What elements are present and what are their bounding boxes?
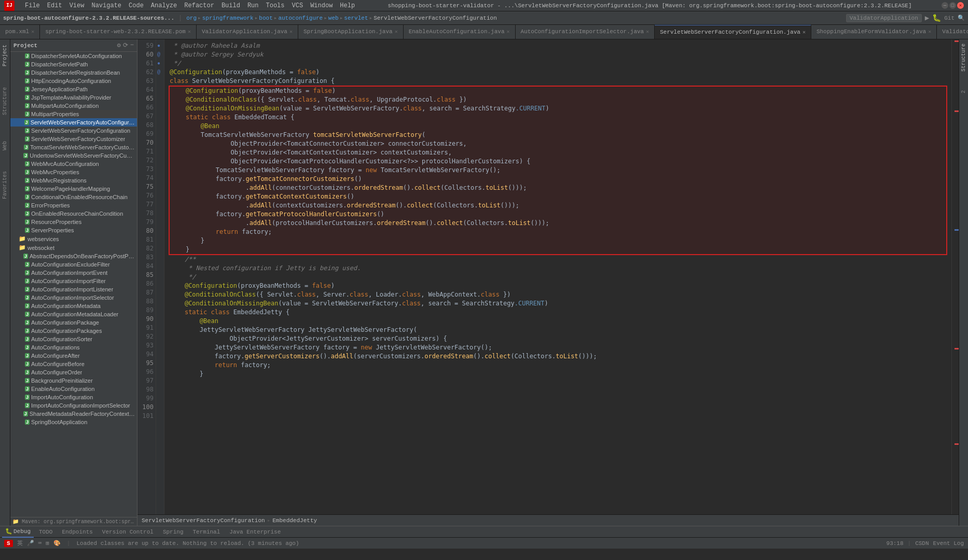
left-tab-web[interactable]: Web: [1, 136, 9, 156]
tab-java-enterprise[interactable]: Java Enterprise: [225, 528, 285, 536]
tree-item[interactable]: JWebMvcProperties: [10, 168, 137, 176]
tree-item[interactable]: JAutoConfigurationImportEvent: [10, 269, 137, 277]
panel-gear-icon[interactable]: ⚙: [117, 41, 121, 49]
menu-window[interactable]: Window: [307, 1, 336, 10]
tree-item[interactable]: JHttpEncodingAutoConfiguration: [10, 77, 137, 85]
tree-item[interactable]: 📁webservices: [10, 234, 137, 243]
menu-navigate[interactable]: Navigate: [88, 1, 125, 10]
panel-minimize-icon[interactable]: −: [130, 41, 134, 49]
grid-icon[interactable]: ⊞: [46, 540, 49, 547]
tab-autoconfigimport[interactable]: AutoConfigurationImportSelector.java ✕: [516, 25, 655, 39]
bc-file[interactable]: ServletWebServerFactoryConfiguration: [374, 15, 497, 21]
maximize-button[interactable]: □: [949, 2, 956, 9]
menu-tools[interactable]: Tools: [263, 1, 288, 10]
tab-enableauto-close[interactable]: ✕: [507, 29, 510, 35]
menu-bar[interactable]: File Edit View Navigate Code Analyze Ref…: [22, 1, 358, 10]
tab-shoppingvalidator-close[interactable]: ✕: [928, 29, 931, 35]
tab-spring[interactable]: Spring: [159, 528, 188, 536]
skin-icon[interactable]: 🎨: [53, 540, 61, 547]
menu-help[interactable]: Help: [337, 1, 358, 10]
tree-item[interactable]: JAutoConfigurationPackage: [10, 318, 137, 327]
tree-item[interactable]: JServletWebServerFactoryCustomizer: [10, 135, 137, 143]
tree-item[interactable]: JTomcatServletWebServerFactoryCustomizer: [10, 143, 137, 151]
event-log[interactable]: Event Log: [933, 540, 964, 547]
right-tab-structure[interactable]: Structure: [960, 39, 967, 76]
tree-item[interactable]: JAutoConfigurationSorter: [10, 335, 137, 343]
tree-item[interactable]: JDispatcherServletRegistrationBean: [10, 68, 137, 77]
tree-item[interactable]: JServerProperties: [10, 226, 137, 234]
debug-button[interactable]: 🐛: [932, 13, 941, 22]
tree-item[interactable]: JUndertowServletWebServerFactoryCustomiz…: [10, 151, 137, 160]
menu-code[interactable]: Code: [126, 1, 147, 10]
tree-item[interactable]: JServletWebServerFactoryAutoConfiguratio…: [10, 118, 137, 127]
tree-item[interactable]: JBackgroundPreinitializer: [10, 376, 137, 385]
search-icon[interactable]: 🔍: [958, 15, 965, 21]
tree-item[interactable]: JJspTemplateAvailabilityProvider: [10, 93, 137, 102]
bc-embeddedjetty[interactable]: EmbeddedJetty: [272, 517, 317, 524]
tab-shoppingvalidator[interactable]: ShoppingEnableFormValidator.java ✕: [811, 25, 937, 39]
tree-item[interactable]: JAutoConfigureBefore: [10, 360, 137, 368]
keyboard-icon[interactable]: ⌨: [38, 540, 42, 547]
tree-item[interactable]: JErrorProperties: [10, 201, 137, 209]
tab-pom-close[interactable]: ✕: [31, 29, 34, 35]
tree-item[interactable]: JWebMvcRegistrations: [10, 176, 137, 185]
left-tab-structure[interactable]: Structure: [1, 82, 9, 120]
left-tab-project[interactable]: Project: [1, 39, 9, 72]
tree-item[interactable]: JMultipartAutoConfiguration: [10, 102, 137, 110]
tab-debug[interactable]: 🐛 Debug: [2, 526, 34, 538]
run-config[interactable]: ValidatorApplication: [846, 14, 922, 22]
menu-view[interactable]: View: [66, 1, 88, 10]
tree-item[interactable]: JAutoConfigurationExcludeFilter: [10, 260, 137, 269]
tab-vcs[interactable]: Version Control: [98, 528, 158, 536]
panel-sync-icon[interactable]: ⟳: [123, 41, 128, 49]
right-tab-2[interactable]: 2: [960, 86, 967, 97]
tree-item[interactable]: JAutoConfigurationMetadataLoader: [10, 310, 137, 318]
tab-springboot-close[interactable]: ✕: [395, 29, 398, 35]
tree-item[interactable]: JAutoConfigurations: [10, 343, 137, 352]
scroll-gutter[interactable]: [951, 39, 959, 514]
bc-boot[interactable]: boot: [259, 15, 272, 21]
bc-springframework[interactable]: springframework: [202, 15, 254, 21]
tree-item[interactable]: JMultipartProperties: [10, 110, 137, 118]
menu-vcs[interactable]: VCS: [289, 1, 307, 10]
tree-item[interactable]: JEnableAutoConfiguration: [10, 385, 137, 393]
bc-autoconfigure[interactable]: autoconfigure: [278, 15, 323, 21]
close-button[interactable]: ✕: [957, 2, 964, 9]
maven-project-item[interactable]: 📁 Maven: org.springframework.boot:spring…: [10, 517, 137, 526]
tab-starter-pom[interactable]: spring-boot-starter-web-2.3.2.RELEASE.po…: [40, 25, 197, 39]
tab-starter-pom-close[interactable]: ✕: [188, 29, 191, 35]
tab-enableauto[interactable]: EnableAutoConfiguration.java ✕: [404, 25, 516, 39]
tree-item[interactable]: JAutoConfigurationMetadata: [10, 302, 137, 310]
tree-item[interactable]: JSpringBootApplication: [10, 418, 137, 426]
bc-servletconfig[interactable]: ServletWebServerFactoryConfiguration: [142, 517, 265, 524]
tab-validator-close[interactable]: ✕: [289, 29, 293, 35]
bc-servlet[interactable]: servlet: [344, 15, 368, 21]
bc-web[interactable]: web: [328, 15, 339, 21]
tree-item[interactable]: JServletWebServerFactoryConfiguration: [10, 127, 137, 135]
left-tab-favorites[interactable]: Favorites: [1, 166, 9, 204]
tree-item[interactable]: JSharedMetadataReaderFactoryContextIniti…: [10, 410, 137, 418]
tree-item[interactable]: 📁websocket: [10, 243, 137, 252]
tree-item[interactable]: JAutoConfigurationPackages: [10, 327, 137, 335]
tab-todo[interactable]: TODO: [35, 528, 57, 536]
tree-item[interactable]: JResourceProperties: [10, 218, 137, 226]
project-panel-icons[interactable]: ⚙ ⟳ −: [117, 41, 134, 49]
mic-icon[interactable]: 🎤: [27, 540, 34, 547]
tab-servletconfig[interactable]: ServletWebServerFactoryConfiguration.jav…: [655, 25, 811, 39]
menu-run[interactable]: Run: [244, 1, 262, 10]
bc-org[interactable]: org: [186, 15, 197, 21]
tree-item[interactable]: JImportAutoConfigurationImportSelector: [10, 401, 137, 410]
menu-build[interactable]: Build: [218, 1, 243, 10]
tree-item[interactable]: JAutoConfigurationImportListener: [10, 285, 137, 293]
git-label[interactable]: Git: [944, 15, 955, 21]
tab-pom[interactable]: pom.xml ✕: [0, 25, 40, 39]
tree-item[interactable]: JAutoConfigurationImportSelector: [10, 293, 137, 302]
run-button[interactable]: ▶: [925, 13, 929, 22]
tab-springboot[interactable]: SpringBootApplication.java ✕: [298, 25, 404, 39]
tree-item[interactable]: JOnEnabledResourceChainCondition: [10, 209, 137, 218]
menu-analyze[interactable]: Analyze: [148, 1, 180, 10]
tab-validatorauto[interactable]: ValidatorAutoConfiguration.java ✕: [937, 25, 968, 39]
tree-item[interactable]: JAutoConfigureOrder: [10, 368, 137, 376]
tab-terminal[interactable]: Terminal: [188, 528, 224, 536]
tree-item[interactable]: JDispatcherServletAutoConfiguration: [10, 52, 137, 60]
